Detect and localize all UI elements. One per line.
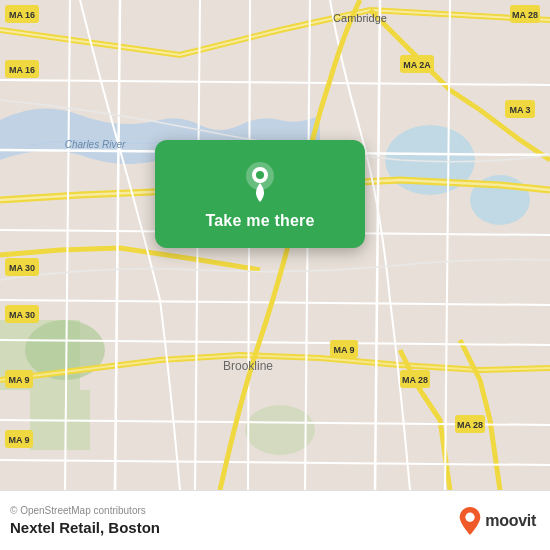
moovit-logo: moovit	[458, 507, 536, 535]
svg-text:Brookline: Brookline	[223, 359, 273, 373]
location-name: Nextel Retail, Boston	[10, 519, 160, 536]
svg-text:MA 30: MA 30	[9, 263, 35, 273]
take-me-there-button[interactable]: Take me there	[205, 212, 314, 230]
map-container: MA 16 MA 16 MA 2A MA 3 MA 28 MA 30 MA 30…	[0, 0, 550, 490]
svg-text:MA 3: MA 3	[509, 105, 530, 115]
moovit-pin-icon	[458, 507, 482, 535]
svg-point-37	[256, 171, 264, 179]
svg-point-38	[466, 512, 475, 521]
svg-text:MA 9: MA 9	[333, 345, 354, 355]
svg-text:MA 28: MA 28	[402, 375, 428, 385]
moovit-text: moovit	[485, 512, 536, 530]
card-overlay: Take me there	[155, 140, 365, 248]
svg-text:Cambridge: Cambridge	[333, 12, 387, 24]
bottom-info: © OpenStreetMap contributors Nextel Reta…	[10, 505, 160, 536]
svg-text:MA 2A: MA 2A	[403, 60, 431, 70]
svg-text:MA 28: MA 28	[457, 420, 483, 430]
svg-text:MA 9: MA 9	[8, 435, 29, 445]
svg-text:MA 16: MA 16	[9, 65, 35, 75]
svg-text:MA 16: MA 16	[9, 10, 35, 20]
osm-attribution: © OpenStreetMap contributors	[10, 505, 160, 516]
svg-text:MA 28: MA 28	[512, 10, 538, 20]
svg-text:MA 30: MA 30	[9, 310, 35, 320]
svg-text:Charles River: Charles River	[65, 139, 126, 150]
bottom-bar: © OpenStreetMap contributors Nextel Reta…	[0, 490, 550, 550]
svg-text:MA 9: MA 9	[8, 375, 29, 385]
location-pin-icon	[238, 158, 282, 202]
